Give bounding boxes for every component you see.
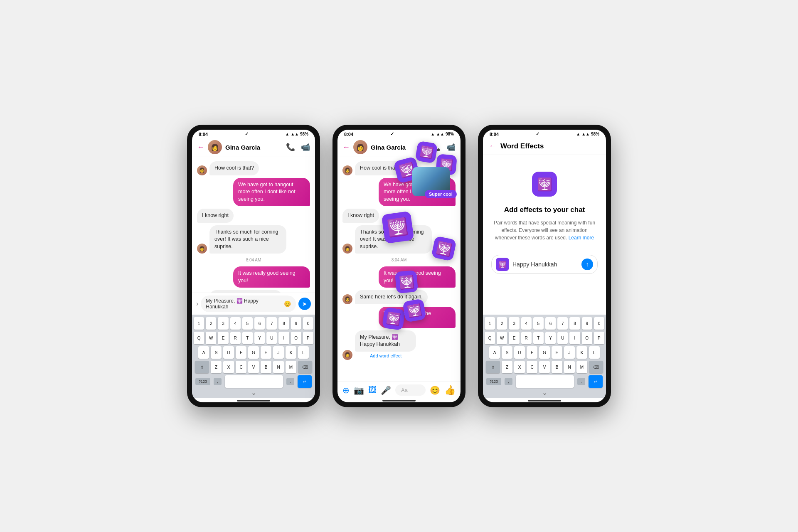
key-w[interactable]: W xyxy=(206,332,216,344)
key-o-3[interactable]: O xyxy=(582,332,592,344)
back-button-1[interactable]: ← xyxy=(197,143,204,152)
key-u-3[interactable]: U xyxy=(557,332,568,344)
key-3[interactable]: 3 xyxy=(218,317,228,330)
key-s[interactable]: S xyxy=(211,346,222,359)
key-2[interactable]: 2 xyxy=(206,317,216,330)
message-input-1[interactable]: My Pleasure, 🕎 Happy Hanukkah 😊 xyxy=(201,296,296,312)
key-a[interactable]: A xyxy=(198,346,209,359)
key-y[interactable]: Y xyxy=(254,332,265,344)
key-i[interactable]: I xyxy=(278,332,289,344)
camera-icon[interactable]: 📷 xyxy=(354,385,364,395)
backspace-key[interactable]: ⌫ xyxy=(298,361,312,373)
key-p-3[interactable]: P xyxy=(594,332,604,344)
key-q[interactable]: Q xyxy=(194,332,204,344)
key-l-3[interactable]: L xyxy=(589,346,600,359)
key-6-3[interactable]: 6 xyxy=(545,317,556,330)
video-button-1[interactable]: 📹 xyxy=(301,143,310,152)
back-button-2[interactable]: ← xyxy=(342,143,350,152)
key-j-3[interactable]: J xyxy=(564,346,575,359)
emoji-icon-2[interactable]: 😊 xyxy=(430,385,440,395)
key-e-3[interactable]: E xyxy=(509,332,519,344)
key-o[interactable]: O xyxy=(291,332,301,344)
key-e[interactable]: E xyxy=(218,332,228,344)
key-l[interactable]: L xyxy=(298,346,309,359)
key-z-3[interactable]: Z xyxy=(502,361,512,373)
key-0-3[interactable]: 0 xyxy=(594,317,604,330)
key-d[interactable]: D xyxy=(223,346,234,359)
key-q-3[interactable]: Q xyxy=(485,332,495,344)
key-h[interactable]: H xyxy=(261,346,271,359)
key-1-3[interactable]: 1 xyxy=(485,317,495,330)
key-x-3[interactable]: X xyxy=(514,361,525,373)
enter-key[interactable]: ↵ xyxy=(298,375,312,388)
key-p[interactable]: P xyxy=(303,332,313,344)
key-4[interactable]: 4 xyxy=(230,317,241,330)
we-input-field[interactable]: Happy Hanukkah xyxy=(512,261,578,268)
space-key-3[interactable] xyxy=(516,375,574,388)
key-m[interactable]: M xyxy=(286,361,296,373)
key-1[interactable]: 1 xyxy=(194,317,204,330)
key-b-3[interactable]: B xyxy=(552,361,562,373)
key-j[interactable]: J xyxy=(273,346,284,359)
key-n[interactable]: N xyxy=(273,361,284,373)
plus-icon[interactable]: ⊕ xyxy=(342,385,350,395)
learn-more-link[interactable]: Learn more xyxy=(569,235,594,241)
key-h-3[interactable]: H xyxy=(552,346,562,359)
key-7[interactable]: 7 xyxy=(266,317,277,330)
key-5[interactable]: 5 xyxy=(242,317,253,330)
key-period[interactable]: . xyxy=(286,378,294,385)
key-w-3[interactable]: W xyxy=(497,332,507,344)
key-9[interactable]: 9 xyxy=(291,317,301,330)
key-y-3[interactable]: Y xyxy=(545,332,556,344)
key-g[interactable]: G xyxy=(248,346,259,359)
key-7-3[interactable]: 7 xyxy=(557,317,568,330)
call-button-1[interactable]: 📞 xyxy=(286,143,295,152)
call-button-2[interactable]: 📞 xyxy=(431,143,441,152)
key-m-3[interactable]: M xyxy=(576,361,587,373)
image-icon[interactable]: 🖼 xyxy=(368,385,377,395)
key-d-3[interactable]: D xyxy=(514,346,525,359)
thumbsup-icon[interactable]: 👍 xyxy=(444,385,456,396)
key-6[interactable]: 6 xyxy=(254,317,265,330)
space-key[interactable] xyxy=(225,375,283,388)
key-a-3[interactable]: A xyxy=(489,346,500,359)
key-i-3[interactable]: I xyxy=(569,332,580,344)
key-r-3[interactable]: R xyxy=(521,332,532,344)
key-period-3[interactable]: . xyxy=(577,378,585,385)
key-u[interactable]: U xyxy=(266,332,277,344)
shift-key[interactable]: ⇧ xyxy=(195,361,209,373)
key-z[interactable]: Z xyxy=(211,361,222,373)
key-8-3[interactable]: 8 xyxy=(569,317,580,330)
key-s-3[interactable]: S xyxy=(502,346,512,359)
key-n-3[interactable]: N xyxy=(564,361,575,373)
message-input-2[interactable]: Aa xyxy=(395,384,426,396)
key-123-3[interactable]: ?123 xyxy=(486,378,501,385)
key-0[interactable]: 0 xyxy=(303,317,313,330)
key-comma-3[interactable]: , xyxy=(505,378,512,385)
key-f[interactable]: F xyxy=(236,346,246,359)
key-x[interactable]: X xyxy=(223,361,234,373)
key-comma[interactable]: , xyxy=(214,378,222,385)
key-k-3[interactable]: K xyxy=(576,346,587,359)
key-g-3[interactable]: G xyxy=(539,346,550,359)
expand-icon[interactable]: › xyxy=(196,300,198,308)
key-b[interactable]: B xyxy=(261,361,271,373)
key-4-3[interactable]: 4 xyxy=(521,317,532,330)
emoji-icon[interactable]: 😊 xyxy=(284,300,291,307)
key-r[interactable]: R xyxy=(230,332,241,344)
key-t-3[interactable]: T xyxy=(533,332,544,344)
key-v-3[interactable]: V xyxy=(539,361,550,373)
enter-key-3[interactable]: ↵ xyxy=(589,375,603,388)
backspace-key-3[interactable]: ⌫ xyxy=(589,361,603,373)
back-button-3[interactable]: ← xyxy=(489,142,496,150)
key-v[interactable]: V xyxy=(248,361,259,373)
word-effects-input-row[interactable]: 🕎 Happy Hanukkah ↑ xyxy=(491,255,598,274)
video-button-2[interactable]: 📹 xyxy=(446,143,456,152)
add-word-effect-button[interactable]: Add word effect xyxy=(355,352,445,360)
key-9-3[interactable]: 9 xyxy=(582,317,592,330)
key-c-3[interactable]: C xyxy=(527,361,537,373)
shift-key-3[interactable]: ⇧ xyxy=(486,361,500,373)
key-3-3[interactable]: 3 xyxy=(509,317,519,330)
key-8[interactable]: 8 xyxy=(278,317,289,330)
key-c[interactable]: C xyxy=(236,361,246,373)
